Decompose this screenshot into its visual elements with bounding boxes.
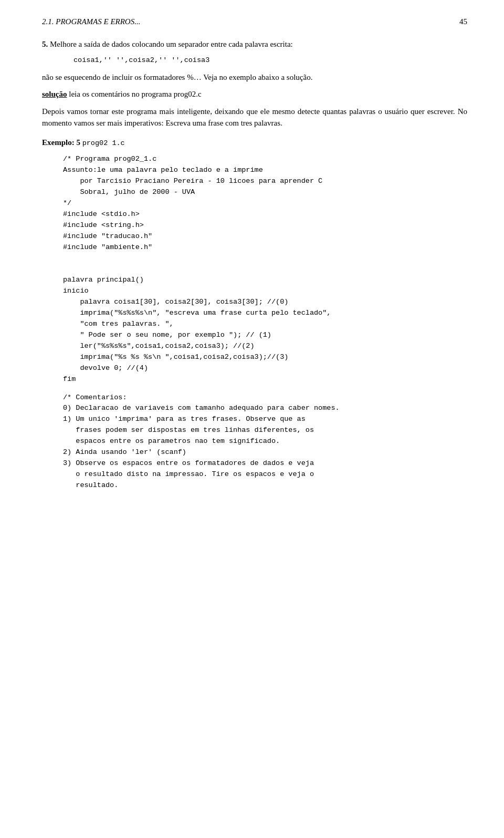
solucao-line: solução leia os comentários no programa …: [42, 88, 467, 100]
section-title: 2.1. PROGRAMAS E ERROS...: [42, 16, 140, 28]
followup-text: não se esquecendo de incluir os formatad…: [42, 71, 467, 84]
solucao-text: leia os comentários no programa prog02.c: [67, 90, 202, 98]
example-filename: prog02 1.c: [82, 139, 125, 147]
comments-section: /* Comentarios: 0) Declaracao de variave…: [42, 392, 467, 491]
program-code: /* Programa prog02_1.c Assunto:le uma pa…: [63, 154, 467, 385]
example-label: Exemplo: 5 prog02 1.c: [42, 137, 467, 149]
code-example-output: coisa1,'' '',coisa2,'' '',coisa3: [74, 55, 467, 66]
page-number: 45: [459, 16, 467, 28]
body-paragraph: Depois vamos tornar este programa mais i…: [42, 106, 467, 129]
solucao-label: solução: [42, 90, 67, 98]
comments-code: /* Comentarios: 0) Declaracao de variave…: [63, 392, 467, 491]
exercise-intro: 5. Melhore a saída de dados colocando um…: [42, 38, 467, 50]
